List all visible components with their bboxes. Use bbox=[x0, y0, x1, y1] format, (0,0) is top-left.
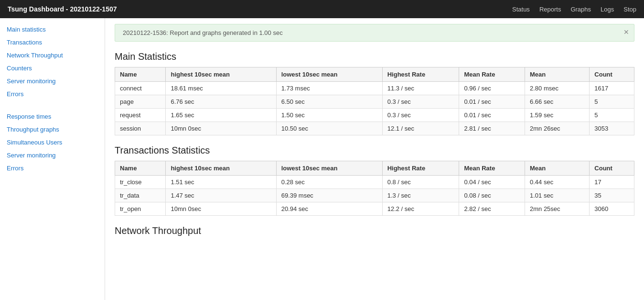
col-name: Name bbox=[115, 67, 166, 82]
tr-col-count: Count bbox=[590, 161, 634, 176]
col-count: Count bbox=[590, 67, 634, 82]
sidebar-item-errors-1[interactable]: Errors bbox=[0, 88, 105, 100]
transactions-statistics-body: tr_close 1.51 sec 0.28 sec 0.8 / sec 0.0… bbox=[115, 176, 634, 216]
cell-hrate: 0.3 / sec bbox=[382, 95, 459, 109]
sidebar-item-counters[interactable]: Counters bbox=[0, 62, 105, 75]
cell-count: 35 bbox=[590, 189, 634, 202]
cell-mrate: 0.01 / sec bbox=[459, 95, 525, 109]
cell-hrate: 0.8 / sec bbox=[382, 176, 459, 189]
sidebar-item-transactions[interactable]: Transactions bbox=[0, 36, 105, 49]
cell-mrate: 2.81 / sec bbox=[459, 122, 525, 135]
sidebar-item-network-throughput[interactable]: Network Throughput bbox=[0, 49, 105, 62]
sidebar: Main statistics Transactions Network Thr… bbox=[0, 18, 105, 300]
cell-mean: 0.44 sec bbox=[525, 176, 589, 189]
cell-hrate: 0.3 / sec bbox=[382, 109, 459, 122]
sidebar-item-throughput-graphs[interactable]: Throughput graphs bbox=[0, 123, 105, 136]
cell-h10mean: 1.51 sec bbox=[166, 176, 276, 189]
col-mean: Mean bbox=[525, 67, 590, 82]
cell-name: session bbox=[115, 122, 166, 135]
layout: Main statistics Transactions Network Thr… bbox=[0, 18, 644, 300]
cell-mrate: 0.04 / sec bbox=[459, 176, 525, 189]
close-alert-button[interactable]: ✕ bbox=[623, 28, 629, 36]
cell-hrate: 11.3 / sec bbox=[382, 82, 459, 95]
sidebar-item-response-times[interactable]: Response times bbox=[0, 110, 105, 123]
cell-h10mean: 10mn 0sec bbox=[166, 122, 276, 135]
cell-name: tr_open bbox=[115, 202, 166, 216]
cell-mean: 2mn 26sec bbox=[525, 122, 590, 135]
cell-name: tr_data bbox=[115, 189, 166, 202]
table-row: connect 18.61 msec 1.73 msec 11.3 / sec … bbox=[115, 82, 634, 95]
cell-name: connect bbox=[115, 82, 166, 95]
tr-col-hrate: Highest Rate bbox=[382, 161, 459, 176]
cell-mrate: 0.96 / sec bbox=[459, 82, 525, 95]
transactions-statistics-header-row: Name highest 10sec mean lowest 10sec mea… bbox=[115, 161, 634, 176]
nav-stop[interactable]: Stop bbox=[623, 6, 636, 13]
cell-l10mean: 6.50 sec bbox=[276, 95, 382, 109]
cell-l10mean: 1.50 sec bbox=[276, 109, 382, 122]
network-throughput-title: Network Throughput bbox=[115, 225, 634, 236]
cell-l10mean: 20.94 sec bbox=[276, 202, 382, 216]
cell-h10mean: 1.65 sec bbox=[166, 109, 276, 122]
nav-reports[interactable]: Reports bbox=[539, 6, 561, 13]
cell-count: 1617 bbox=[590, 82, 634, 95]
cell-l10mean: 1.73 msec bbox=[276, 82, 382, 95]
top-nav: Tsung Dashboard - 20210122-1507 Status R… bbox=[0, 0, 644, 18]
sidebar-group-2: Response times Throughput graphs Simulta… bbox=[0, 110, 105, 175]
cell-count: 3060 bbox=[590, 202, 634, 216]
cell-mean: 1.59 sec bbox=[525, 109, 590, 122]
cell-name: tr_close bbox=[115, 176, 166, 189]
sidebar-item-simultaneous-users[interactable]: Simultaneous Users bbox=[0, 136, 105, 149]
tr-col-h10mean: highest 10sec mean bbox=[166, 161, 276, 176]
cell-mrate: 0.08 / sec bbox=[459, 189, 525, 202]
cell-h10mean: 6.76 sec bbox=[166, 95, 276, 109]
table-row: request 1.65 sec 1.50 sec 0.3 / sec 0.01… bbox=[115, 109, 634, 122]
table-row: page 6.76 sec 6.50 sec 0.3 / sec 0.01 / … bbox=[115, 95, 634, 109]
tr-col-l10mean: lowest 10sec mean bbox=[276, 161, 382, 176]
col-l10mean: lowest 10sec mean bbox=[276, 67, 382, 82]
col-hrate: Highest Rate bbox=[382, 67, 459, 82]
tr-col-mrate: Mean Rate bbox=[459, 161, 525, 176]
cell-mean: 2.80 msec bbox=[525, 82, 590, 95]
cell-mean: 6.66 sec bbox=[525, 95, 590, 109]
col-h10mean: highest 10sec mean bbox=[166, 67, 276, 82]
main-statistics-header-row: Name highest 10sec mean lowest 10sec mea… bbox=[115, 67, 634, 82]
cell-h10mean: 18.61 msec bbox=[166, 82, 276, 95]
cell-count: 17 bbox=[590, 176, 634, 189]
sidebar-group-1: Main statistics Transactions Network Thr… bbox=[0, 23, 105, 100]
sidebar-item-errors-2[interactable]: Errors bbox=[0, 162, 105, 175]
sidebar-item-main-statistics[interactable]: Main statistics bbox=[0, 23, 105, 36]
cell-count: 5 bbox=[590, 95, 634, 109]
main-statistics-body: connect 18.61 msec 1.73 msec 11.3 / sec … bbox=[115, 82, 634, 135]
cell-hrate: 12.2 / sec bbox=[382, 202, 459, 216]
sidebar-item-server-monitoring-1[interactable]: Server monitoring bbox=[0, 75, 105, 88]
table-row: tr_open 10mn 0sec 20.94 sec 12.2 / sec 2… bbox=[115, 202, 634, 216]
main-statistics-table: Name highest 10sec mean lowest 10sec mea… bbox=[115, 67, 634, 135]
tr-col-mean: Mean bbox=[525, 161, 589, 176]
tr-col-name: Name bbox=[115, 161, 166, 176]
table-row: tr_close 1.51 sec 0.28 sec 0.8 / sec 0.0… bbox=[115, 176, 634, 189]
cell-hrate: 12.1 / sec bbox=[382, 122, 459, 135]
cell-name: page bbox=[115, 95, 166, 109]
nav-logs[interactable]: Logs bbox=[601, 6, 614, 13]
cell-l10mean: 10.50 sec bbox=[276, 122, 382, 135]
cell-h10mean: 1.47 sec bbox=[166, 189, 276, 202]
nav-graphs[interactable]: Graphs bbox=[570, 6, 591, 13]
cell-count: 3053 bbox=[590, 122, 634, 135]
brand-title: Tsung Dashboard - 20210122-1507 bbox=[8, 5, 512, 13]
cell-name: request bbox=[115, 109, 166, 122]
main-statistics-title: Main Statistics bbox=[115, 51, 634, 62]
cell-mrate: 0.01 / sec bbox=[459, 109, 525, 122]
nav-status[interactable]: Status bbox=[512, 6, 530, 13]
sidebar-item-server-monitoring-2[interactable]: Server monitoring bbox=[0, 149, 105, 162]
transactions-statistics-title: Transactions Statistics bbox=[115, 145, 634, 156]
col-mrate: Mean Rate bbox=[459, 67, 525, 82]
cell-count: 5 bbox=[590, 109, 634, 122]
cell-mean: 1.01 sec bbox=[525, 189, 589, 202]
cell-h10mean: 10mn 0sec bbox=[166, 202, 276, 216]
cell-l10mean: 0.28 sec bbox=[276, 176, 382, 189]
cell-mean: 2mn 25sec bbox=[525, 202, 589, 216]
alert-banner: 20210122-1536: Report and graphs generat… bbox=[115, 24, 634, 42]
cell-hrate: 1.3 / sec bbox=[382, 189, 459, 202]
nav-links: Status Reports Graphs Logs Stop bbox=[512, 6, 636, 13]
alert-message: 20210122-1536: Report and graphs generat… bbox=[123, 29, 283, 36]
